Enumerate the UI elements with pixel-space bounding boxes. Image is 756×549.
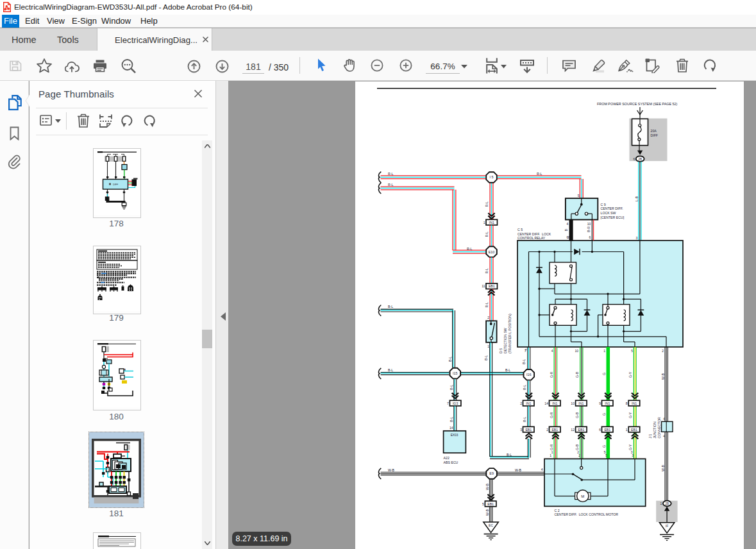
svg-text:E9: E9 — [489, 471, 494, 475]
svg-text:E10: E10 — [489, 250, 495, 254]
svg-text:R-L: R-L — [467, 247, 472, 251]
svg-text:9: 9 — [599, 401, 601, 405]
svg-text:5: 5 — [482, 502, 484, 506]
svg-text:W-B: W-B — [661, 464, 665, 471]
svg-text:M: M — [581, 494, 584, 498]
svg-text:3: 3 — [632, 453, 634, 457]
svg-text:B-L: B-L — [449, 385, 453, 390]
svg-text:CENTER DIFF. LOCK: CENTER DIFF. LOCK — [517, 232, 551, 236]
svg-text:B-L: B-L — [505, 368, 510, 372]
svg-text:IN1: IN1 — [632, 401, 637, 405]
svg-text:7: 7 — [525, 349, 526, 353]
svg-text:B-L: B-L — [523, 417, 526, 422]
svg-text:(TRANSFER L POSITION): (TRANSFER L POSITION) — [508, 314, 512, 353]
svg-text:G-R: G-R — [550, 412, 553, 418]
svg-text:2B: 2B — [665, 502, 669, 505]
svg-text:EX03: EX03 — [451, 434, 458, 437]
svg-text:12: 12 — [571, 428, 575, 432]
svg-text:EB1: EB1 — [604, 428, 610, 432]
svg-text:W-B: W-B — [485, 509, 489, 516]
svg-text:EB1: EB1 — [578, 428, 584, 432]
svg-text:2: 2 — [487, 316, 489, 319]
svg-text:J 1: J 1 — [648, 434, 652, 438]
svg-text:2B: 2B — [638, 158, 642, 161]
svg-text:R-L: R-L — [485, 201, 489, 207]
svg-text:1: 1 — [551, 450, 553, 454]
svg-text:6: 6 — [634, 157, 635, 161]
svg-text:ABS ECU: ABS ECU — [444, 460, 458, 464]
svg-text:B-L: B-L — [388, 305, 393, 308]
svg-text:11: 11 — [482, 284, 485, 288]
svg-text:FROM POWER SOURCE SYSTEM (SEE: FROM POWER SOURCE SYSTEM (SEE PAGE 52) — [597, 102, 678, 106]
svg-text:1: 1 — [660, 502, 662, 505]
svg-text:1: 1 — [487, 344, 489, 348]
svg-text:EB1: EB1 — [489, 284, 495, 288]
svg-text:LOCK SW: LOCK SW — [601, 211, 616, 215]
svg-text:CENTER DIFF. LOCK CONTROL MOT: CENTER DIFF. LOCK CONTROL MOTOR — [555, 512, 619, 516]
svg-text:EC: EC — [489, 523, 493, 527]
svg-text:3: 3 — [636, 236, 638, 240]
svg-text:10: 10 — [575, 349, 578, 353]
svg-text:B-L: B-L — [484, 355, 488, 360]
svg-text:DETECTION SW: DETECTION SW — [503, 328, 507, 353]
svg-text:G-B: G-B — [575, 371, 579, 378]
svg-text:G-Y: G-Y — [628, 371, 632, 378]
svg-text:C 9: C 9 — [601, 203, 606, 207]
svg-text:4: 4 — [663, 417, 665, 421]
svg-text:G: G — [602, 373, 606, 375]
svg-text:7: 7 — [447, 401, 449, 405]
svg-text:I 5: I 5 — [490, 175, 494, 179]
svg-text:R-L: R-L — [537, 172, 542, 176]
svg-text:W-B: W-B — [485, 483, 489, 490]
svg-text:IN1: IN1 — [552, 401, 557, 405]
svg-text:G-R: G-R — [550, 371, 553, 378]
svg-text:4: 4 — [567, 222, 569, 226]
svg-text:1: 1 — [626, 428, 628, 432]
svg-text:DIFF: DIFF — [113, 183, 119, 186]
svg-text:R-L: R-L — [485, 232, 489, 237]
svg-text:10: 10 — [571, 401, 575, 405]
svg-text:5: 5 — [631, 349, 633, 353]
svg-text:B: B — [564, 229, 568, 232]
svg-text:4: 4 — [541, 468, 543, 471]
svg-text:20A: 20A — [651, 129, 657, 133]
svg-text:2: 2 — [520, 401, 522, 405]
svg-text:4: 4 — [551, 349, 553, 353]
svg-text:EB1: EB1 — [551, 428, 558, 432]
svg-text:8: 8 — [626, 401, 628, 405]
svg-text:14: 14 — [544, 401, 548, 405]
svg-text:1: 1 — [483, 221, 485, 224]
svg-text:[CENTER ECU]: [CENTER ECU] — [601, 215, 625, 219]
svg-text:14: 14 — [449, 426, 453, 430]
svg-text:R-L: R-L — [388, 172, 393, 176]
svg-text:2: 2 — [578, 453, 580, 457]
svg-text:B-L: B-L — [523, 385, 526, 390]
svg-text:EB1: EB1 — [487, 502, 494, 506]
svg-text:▮: ▮ — [124, 368, 126, 371]
svg-text:2: 2 — [546, 428, 548, 432]
svg-text:I15: I15 — [453, 371, 458, 375]
svg-text:DIFF: DIFF — [651, 133, 659, 137]
svg-text:CONNECTOR: CONNECTOR — [657, 417, 661, 439]
svg-text:10: 10 — [587, 222, 591, 226]
svg-text:1: 1 — [550, 453, 551, 457]
svg-text:3: 3 — [520, 428, 522, 432]
svg-text:5: 5 — [578, 194, 580, 198]
svg-text:G-Y: G-Y — [628, 412, 632, 418]
svg-text:8: 8 — [568, 235, 570, 239]
svg-text:B-L: B-L — [522, 359, 526, 364]
svg-text:W-B: W-B — [515, 468, 522, 472]
svg-text:IN1: IN1 — [605, 401, 610, 405]
svg-text:2: 2 — [662, 349, 664, 353]
svg-text:B-L: B-L — [388, 368, 393, 372]
svg-text:R-L: R-L — [485, 302, 489, 307]
svg-text:G: G — [602, 413, 606, 416]
svg-text:W-B: W-B — [388, 468, 395, 472]
svg-text:IN1: IN1 — [578, 401, 584, 405]
svg-text:EB1: EB1 — [525, 428, 532, 432]
svg-text:W-B: W-B — [661, 373, 665, 380]
svg-text:CENTER DIFF.: CENTER DIFF. — [601, 207, 623, 210]
svg-text:D 5: D 5 — [499, 348, 503, 353]
svg-text:C 2: C 2 — [555, 509, 560, 512]
svg-text:JUNCTION: JUNCTION — [653, 421, 657, 438]
